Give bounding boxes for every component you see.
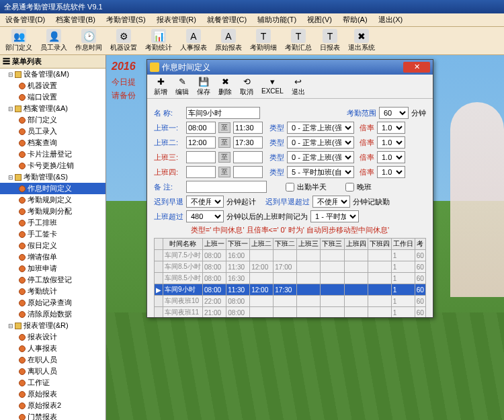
- tree-item[interactable]: 考勤统计: [0, 286, 106, 297]
- exceed-select[interactable]: 480: [186, 210, 224, 222]
- shift2-end[interactable]: [233, 136, 263, 149]
- tree-group[interactable]: ⊟报表管理(&R): [0, 320, 106, 331]
- tree-item[interactable]: 员工录入: [0, 126, 106, 137]
- name-input[interactable]: [186, 107, 260, 119]
- dialog-toolbar-button[interactable]: ⟲取消: [236, 75, 257, 97]
- tree-group[interactable]: ⊟设备管理(&M): [0, 69, 106, 80]
- tree-item[interactable]: 原始报表: [0, 388, 106, 400]
- tree-item[interactable]: 停工放假登记: [0, 274, 106, 286]
- lateover-select[interactable]: 不使用: [312, 196, 350, 208]
- close-button[interactable]: ✕: [403, 62, 430, 73]
- table-row[interactable]: 车间夜班1121:0008:00160: [155, 307, 426, 318]
- dialog-toolbar-button[interactable]: ✚新增: [150, 75, 171, 97]
- table-row[interactable]: 车间夜班1022:0008:00160: [155, 296, 426, 307]
- toolbar-button[interactable]: T考勤明细: [246, 28, 281, 53]
- table-row[interactable]: ▶车间9小时08:0011:3012:0017:30160: [155, 284, 426, 296]
- remark-input[interactable]: [186, 181, 267, 193]
- tree-group[interactable]: ⊟考勤管理(&S): [0, 171, 106, 183]
- shift2-rate[interactable]: 1.0: [377, 136, 405, 149]
- table-header[interactable]: 工作日: [391, 239, 415, 250]
- toolbar-button[interactable]: ✖退出系统: [344, 28, 379, 53]
- tree-item[interactable]: 端口设置: [0, 91, 106, 103]
- toolbar-button[interactable]: T日报表: [316, 28, 344, 53]
- dialog-toolbar-button[interactable]: ↩退出: [288, 75, 309, 97]
- table-header[interactable]: 下班一: [226, 239, 250, 250]
- shift3-rate[interactable]: 1.0: [377, 151, 405, 163]
- menu-item[interactable]: 退出(X): [373, 13, 409, 26]
- menu-item[interactable]: 设备管理(D): [0, 13, 50, 26]
- tree-item[interactable]: 报表设计: [0, 331, 106, 343]
- table-header[interactable]: 上班二: [250, 239, 274, 250]
- tree-item[interactable]: 门禁报表: [0, 411, 106, 420]
- dialog-toolbar-button[interactable]: ✖删除: [214, 75, 236, 97]
- table-header[interactable]: 上班一: [203, 239, 226, 250]
- tree-item[interactable]: 离职人员: [0, 366, 106, 377]
- tree-item[interactable]: 卡片注册登记: [0, 149, 106, 160]
- table-header[interactable]: 下班四: [368, 239, 391, 250]
- table-header[interactable]: 下班二: [274, 239, 297, 250]
- shift4-type[interactable]: 5 - 平时加班(自: [287, 166, 354, 178]
- menu-item[interactable]: 视图(V): [302, 13, 337, 26]
- shift1-start[interactable]: [186, 122, 216, 134]
- tree-item[interactable]: 假日定义: [0, 240, 106, 251]
- tree-item[interactable]: 工作证: [0, 377, 106, 388]
- shift4-start[interactable]: [186, 166, 216, 178]
- dialog-toolbar-button[interactable]: ▾EXCEL: [257, 75, 288, 97]
- tree-item[interactable]: 增请假单: [0, 251, 106, 263]
- tree-item[interactable]: 作息时间定义: [0, 183, 106, 194]
- exceed-type-select[interactable]: 1 - 平时加: [310, 210, 359, 222]
- shift1-rate[interactable]: 1.0: [377, 122, 405, 134]
- dialog-titlebar[interactable]: 作息时间定义 ✕: [147, 60, 433, 75]
- shift3-start[interactable]: [186, 151, 216, 163]
- night-checkbox[interactable]: [345, 183, 354, 192]
- toolbar-button[interactable]: 👤员工录入: [36, 28, 71, 53]
- tree-item[interactable]: 机器设置: [0, 80, 106, 91]
- shift1-end[interactable]: [233, 122, 263, 134]
- tree-item[interactable]: 在职人员: [0, 354, 106, 366]
- range-select[interactable]: 60: [379, 107, 409, 119]
- tree-item[interactable]: 原始记录查询: [0, 297, 106, 308]
- late-select[interactable]: 不使用: [186, 196, 224, 208]
- toolbar-button[interactable]: 👥部门定义: [1, 28, 36, 53]
- table-header[interactable]: [155, 239, 163, 250]
- menu-item[interactable]: 辅助功能(T): [252, 13, 302, 26]
- tree-item[interactable]: 手工签卡: [0, 228, 106, 240]
- toolbar-button[interactable]: ⚙机器设置: [106, 28, 141, 53]
- shift2-type[interactable]: 0 - 正常上班(强: [287, 136, 354, 149]
- tree-item[interactable]: 原始报表2: [0, 400, 106, 411]
- toolbar-button[interactable]: 🕑作息时间: [71, 28, 106, 53]
- tree-item[interactable]: 考勤规则定义: [0, 194, 106, 206]
- table-header[interactable]: 上班四: [344, 239, 368, 250]
- tree-item[interactable]: 人事报表: [0, 343, 106, 354]
- shift1-type[interactable]: 0 - 正常上班(强: [287, 122, 354, 134]
- tree-item[interactable]: 手工排班: [0, 217, 106, 228]
- shift2-start[interactable]: [186, 136, 216, 149]
- table-header[interactable]: 上班三: [297, 239, 321, 250]
- menu-item[interactable]: 帮助(A): [337, 13, 373, 26]
- tree-item[interactable]: 卡号更换/注销: [0, 160, 106, 171]
- tree-item[interactable]: 档案查询: [0, 137, 106, 149]
- toolbar-button[interactable]: T考勤汇总: [281, 28, 316, 53]
- tree-item[interactable]: 加班申请: [0, 263, 106, 274]
- schedule-table[interactable]: 时间名称上班一下班一上班二下班二上班三下班三上班四下班四工作日考 车间7.5小时…: [154, 238, 426, 317]
- table-header[interactable]: 时间名称: [163, 239, 203, 250]
- table-header[interactable]: 下班三: [321, 239, 344, 250]
- toolbar-button[interactable]: A人事报表: [176, 28, 211, 53]
- tree-item[interactable]: 考勤规则分配: [0, 206, 106, 217]
- table-row[interactable]: 车间8.5小时08:0011:3012:0017:00160: [155, 261, 426, 273]
- toolbar-button[interactable]: A原始报表: [211, 28, 246, 53]
- table-row[interactable]: 车间8.5小时08:0016:30160: [155, 273, 426, 284]
- halfday-checkbox[interactable]: [286, 183, 294, 192]
- shift3-end[interactable]: [233, 151, 263, 163]
- toolbar-button[interactable]: 📊考勤统计: [141, 28, 176, 53]
- shift4-end[interactable]: [233, 166, 263, 178]
- shift4-rate[interactable]: 1.0: [377, 166, 405, 178]
- menu-item[interactable]: 就餐管理(C): [202, 13, 252, 26]
- menu-item[interactable]: 报表管理(R): [151, 13, 202, 26]
- shift3-type[interactable]: 0 - 正常上班(强: [287, 151, 354, 163]
- table-header[interactable]: 考: [415, 239, 425, 250]
- dialog-toolbar-button[interactable]: 💾保存: [193, 75, 214, 97]
- tree-item[interactable]: 清除原始数据: [0, 308, 106, 320]
- table-row[interactable]: 车间7.5小时08:0016:00160: [155, 250, 426, 261]
- dialog-toolbar-button[interactable]: ✎编辑: [171, 75, 193, 97]
